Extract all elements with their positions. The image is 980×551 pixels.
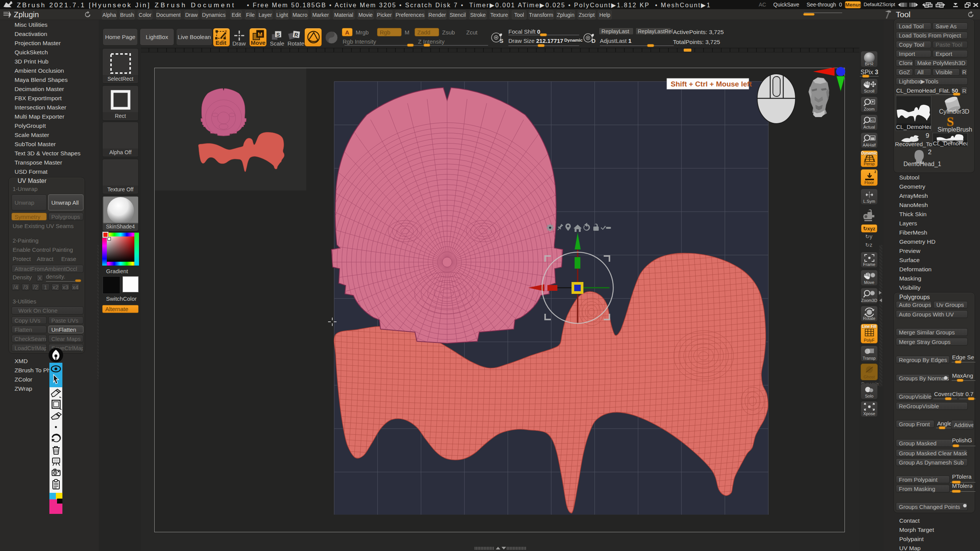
svg-text:S: S [276,32,280,38]
svg-text:x1: x1 [871,119,874,122]
svg-text:S: S [500,37,503,44]
svg-text:M: M [258,31,263,37]
svg-text:D: D [591,37,596,44]
svg-text:Shift + Ctrl + Mouse left: Shift + Ctrl + Mouse left [671,80,752,88]
svg-text:S: S [947,115,954,127]
